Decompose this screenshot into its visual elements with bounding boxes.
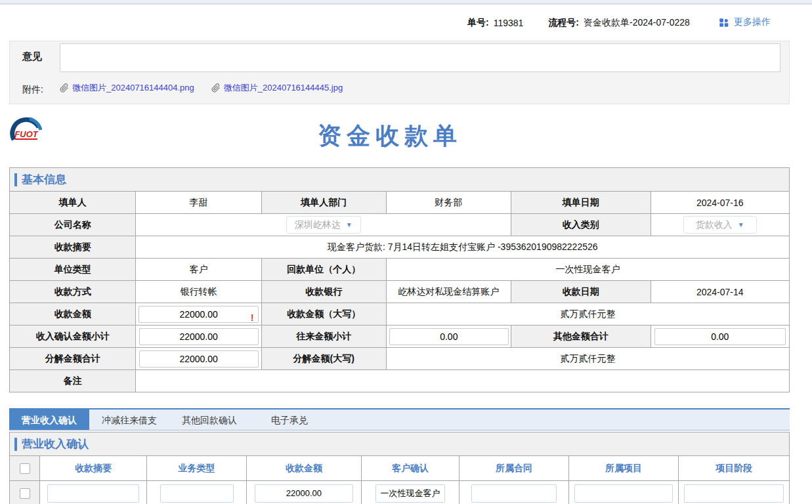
row-checkbox[interactable] [20, 488, 30, 499]
current-subtotal-label: 往来金额小计 [261, 326, 386, 348]
unit-type-value: 客户 [136, 259, 261, 281]
col-amount: 收款金额 [247, 456, 362, 481]
dept-value: 财务部 [386, 192, 511, 214]
attachments-label: 附件: [22, 84, 43, 96]
split-total-cell [136, 348, 261, 370]
split-total-label: 分解金额合计 [10, 348, 136, 370]
more-actions-label: 更多操作 [734, 16, 771, 28]
tab-electronic-acceptance[interactable]: 电子承兑 [249, 410, 330, 430]
amount-caps-label: 收款金额（大写） [261, 303, 386, 326]
income-type-cell: 货款收入 ▼ [651, 214, 789, 236]
select-all-cell [10, 456, 40, 481]
tab-revenue-confirm[interactable]: 营业收入确认 [9, 410, 89, 430]
other-total-label: 其他金额合计 [511, 326, 651, 348]
doc-number-label: 单号: [467, 17, 489, 29]
flow-number-label: 流程号: [548, 17, 579, 29]
more-actions-button[interactable]: 更多操作 [719, 16, 771, 28]
company-select-value: 深圳屹林达 [295, 219, 341, 231]
opinion-panel: 意见 附件: 微信图片_20240716144404.png 微信图片_2024… [9, 41, 790, 104]
section-accent-bar [14, 438, 17, 451]
table-row: 收款摘要 现金客户货款: 7月14日转左姐支付宝账户 -395362019098… [10, 236, 790, 259]
dept-label: 填单人部门 [261, 192, 386, 214]
remark-label: 备注 [10, 370, 136, 392]
revenue-confirm-section: 营业收入确认 收款摘要 业务类型 收款金额 客户确认 所属合同 所属项目 项目阶… [9, 432, 790, 504]
filler-label: 填单人 [10, 192, 136, 214]
receipt-date-label: 收款日期 [511, 281, 651, 303]
select-all-checkbox[interactable] [20, 463, 30, 474]
other-total-input[interactable] [654, 328, 786, 345]
income-subtotal-cell [136, 326, 261, 348]
col-summary: 收款摘要 [40, 456, 147, 481]
revenue-confirm-table: 收款摘要 业务类型 收款金额 客户确认 所属合同 所属项目 项目阶段 [9, 455, 790, 504]
income-type-select[interactable]: 货款收入 ▼ [683, 216, 757, 234]
unit-type-label: 单位类型 [10, 259, 136, 281]
split-total-input[interactable] [139, 350, 259, 368]
row-business-type-input[interactable] [160, 484, 234, 503]
row-amount-cell [247, 481, 362, 504]
fill-date-value: 2024-07-16 [651, 192, 789, 214]
company-cell: 深圳屹林达 ▼ [136, 214, 511, 236]
amount-cell: ! [136, 303, 261, 326]
table-row: 备注 [10, 370, 790, 392]
attachment-filename: 微信图片_20240716144404.png [72, 82, 194, 94]
opinion-label: 意见 [22, 51, 42, 63]
top-strip [0, 0, 812, 5]
table-header-row: 收款摘要 业务类型 收款金额 客户确认 所属合同 所属项目 项目阶段 [10, 456, 790, 481]
chevron-down-icon: ▼ [738, 222, 744, 228]
income-subtotal-label: 收入确认金额小计 [10, 326, 136, 348]
document-meta: 单号: 119381 流程号: 资金收款单-2024-07-0228 [467, 17, 690, 29]
warning-mark: ! [251, 312, 254, 323]
app-grid-icon [719, 18, 729, 28]
method-value: 银行转帐 [136, 281, 261, 303]
row-contract-input[interactable] [471, 484, 557, 503]
row-project-cell [568, 481, 679, 504]
amount-label: 收款金额 [10, 303, 136, 326]
col-business-type: 业务类型 [147, 456, 247, 481]
attachment-link[interactable]: 微信图片_20240716144404.png [60, 82, 194, 94]
split-caps-label: 分解金额(大写) [261, 348, 386, 370]
summary-value: 现金客户货款: 7月14日转左姐支付宝账户 -39536201909822225… [136, 236, 790, 259]
row-project-phase-cell [679, 481, 790, 504]
income-subtotal-input[interactable] [139, 328, 259, 345]
row-customer-confirm-input[interactable] [375, 484, 445, 503]
row-amount-input[interactable] [255, 484, 353, 503]
row-summary-input[interactable] [47, 484, 139, 503]
col-project-phase: 项目阶段 [679, 456, 790, 481]
amount-caps-value: 贰万贰仟元整 [386, 303, 789, 326]
row-business-type-cell [147, 481, 247, 504]
receipt-date-value: 2024-07-14 [651, 281, 789, 303]
doc-number-value: 119381 [494, 18, 524, 28]
row-project-input[interactable] [574, 484, 673, 503]
page-title: 资金收款单 [9, 120, 771, 152]
basic-info-table: 填单人 李甜 填单人部门 财务部 填单日期 2024-07-16 公司名称 深圳… [9, 191, 790, 392]
chevron-down-icon: ▼ [346, 222, 353, 228]
attachment-filename: 微信图片_20240716144445.jpg [224, 82, 343, 94]
doc-number: 单号: 119381 [467, 17, 523, 29]
fill-date-label: 填单日期 [511, 192, 651, 214]
amount-input[interactable] [139, 306, 258, 323]
attachments-list: 微信图片_20240716144404.png 微信图片_20240716144… [60, 82, 343, 94]
other-total-cell [651, 326, 789, 348]
tab-offset-current-loans[interactable]: 冲减往来借支 [89, 410, 169, 430]
payback-unit-value: 一次性现金客户 [386, 259, 789, 281]
remark-value [136, 370, 790, 392]
revenue-confirm-header: 营业收入确认 [9, 432, 790, 455]
basic-info-header: 基本信息 [9, 167, 790, 191]
basic-info-title: 基本信息 [22, 172, 66, 187]
attachment-link[interactable]: 微信图片_20240716144445.jpg [211, 82, 343, 94]
opinion-textarea[interactable] [60, 43, 780, 72]
table-row: 收入确认金额小计 往来金额小计 其他金额合计 [10, 326, 790, 348]
tab-other-payback-confirm[interactable]: 其他回款确认 [169, 410, 249, 430]
row-customer-confirm-cell [361, 481, 459, 504]
company-label: 公司名称 [10, 214, 136, 236]
current-subtotal-input[interactable] [389, 328, 509, 345]
row-project-phase-input[interactable] [684, 484, 784, 503]
table-row: 收款方式 银行转帐 收款银行 屹林达对私现金结算账户 收款日期 2024-07-… [10, 281, 790, 303]
method-label: 收款方式 [10, 281, 136, 303]
current-subtotal-cell [386, 326, 511, 348]
tab-bar: 营业收入确认 冲减往来借支 其他回款确认 电子承兑 [9, 408, 790, 430]
income-type-select-value: 货款收入 [696, 219, 733, 231]
company-select[interactable]: 深圳屹林达 ▼ [286, 216, 361, 234]
table-row: 分解金额合计 分解金额(大写) 贰万贰仟元整 [10, 348, 790, 370]
revenue-confirm-title: 营业收入确认 [22, 436, 89, 452]
